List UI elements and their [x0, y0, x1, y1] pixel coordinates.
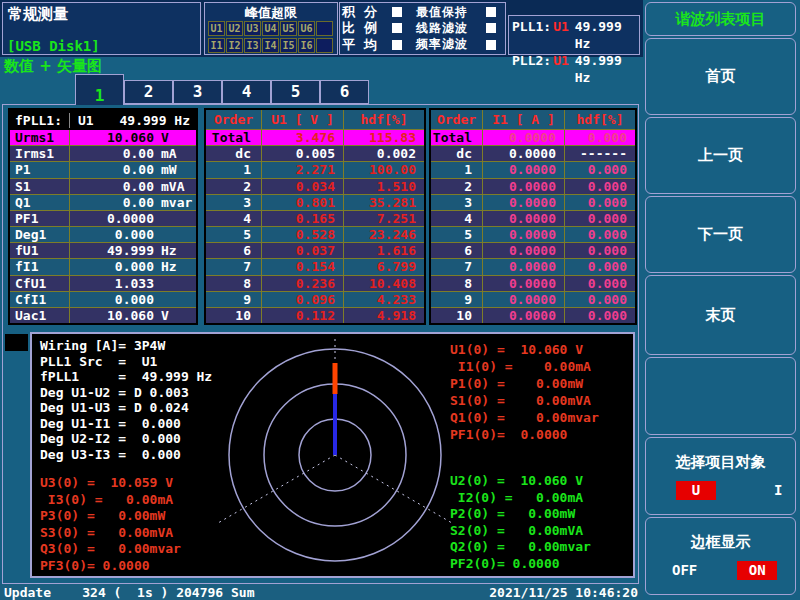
value-cell: 0.096 [262, 292, 344, 307]
hdf-cell: 100.00 [344, 162, 424, 177]
order-cell: 9 [206, 292, 262, 307]
measurement-table: fPLL1: U1 49.999 Hz Urms1 10.060 V Irms1… [8, 108, 198, 325]
table-row-h4: 4 0.165 7.251 [206, 210, 424, 226]
option-off[interactable]: OFF [672, 562, 697, 578]
row-unit: Hz [154, 243, 196, 258]
table-row-h10: 10 0.112 4.918 [206, 307, 424, 323]
peak-cell-u1: U1 [208, 21, 225, 36]
pll1-source: U1 [553, 18, 569, 52]
hdf-header: hdf[%] [565, 112, 635, 127]
average-status-square-icon [392, 40, 402, 50]
row-unit: mW [154, 162, 196, 177]
value-cell: 0.034 [262, 179, 344, 194]
table-row-h7: 7 0.154 6.799 [206, 258, 424, 274]
row-label: fI1 [10, 259, 70, 274]
tab-page-1[interactable]: 1 [75, 74, 124, 105]
table-row-cfi1: CfI1 0.000 [10, 291, 196, 307]
power-analyzer-screen: 常规测量 [USB Disk1] 峰值超限 U1 U2 U3 U4 U5 U6 … [0, 0, 800, 600]
hdf-cell: 10.408 [344, 276, 424, 291]
status-bar: Update 324 ( 1s ) 204796 Sum 2021/11/25 … [0, 584, 643, 600]
tab-page-2[interactable]: 2 [124, 80, 173, 104]
wiring-info-block: Wiring [A]= 3P4W PLL1 Src = U1 fPLL1 = 4… [40, 338, 212, 462]
order-cell: 7 [431, 259, 483, 274]
order-cell: 6 [431, 243, 483, 258]
select-object-button[interactable]: 选择项目对象 U I [645, 437, 796, 515]
next-page-button[interactable]: 下一页 [645, 196, 796, 273]
hdf-cell: 6.799 [344, 259, 424, 274]
order-cell: 4 [431, 211, 483, 226]
border-display-button[interactable]: 边框显示 OFF ON [645, 517, 796, 595]
previous-page-button[interactable]: 上一页 [645, 117, 796, 194]
pll2-label: PLL2: [512, 52, 551, 86]
pll-panel: PLL1: U1 49.999 Hz PLL2: U1 49.999 Hz [508, 15, 640, 55]
peak-cell-i3: I3 [244, 38, 261, 53]
table-row-uac1: Uac1 10.060 V [10, 307, 196, 323]
hdf-cell: 0.000 [565, 211, 635, 226]
value-cell: 2.271 [262, 162, 344, 177]
tab-page-3[interactable]: 3 [173, 80, 222, 104]
vector-diagram-panel: Wiring [A]= 3P4W PLL1 Src = U1 fPLL1 = 4… [30, 332, 635, 578]
order-cell: 5 [431, 227, 483, 242]
hdf-cell: 4.233 [344, 292, 424, 307]
sidebar-title: 谐波列表项目 [645, 2, 796, 36]
pll2-source: U1 [553, 52, 569, 86]
mode-title: 常规测量 [8, 5, 68, 24]
table-row-h2: 2 0.034 1.510 [206, 178, 424, 194]
peak-cell-u3: U3 [244, 21, 261, 36]
first-page-button[interactable]: 首页 [645, 38, 796, 115]
value-cell: 0.0000 [483, 259, 565, 274]
order-cell: Total [431, 130, 483, 145]
hdf-cell: 4.918 [344, 308, 424, 323]
table-row-h1: 1 2.271 100.00 [206, 161, 424, 177]
order-cell: 4 [206, 211, 262, 226]
tab-page-5[interactable]: 5 [271, 80, 320, 104]
u2-phase-values: U2(0) = 10.060 V I2(0) = 0.00mA P2(0) = … [450, 473, 591, 572]
table-row-q1: Q1 0.00 mvar [10, 194, 196, 210]
hdf-cell: 0.002 [344, 146, 424, 161]
last-page-button[interactable]: 末页 [645, 275, 796, 355]
datetime-display: 2021/11/25 10:46:20 [489, 585, 643, 600]
hdf-cell: 0.000 [565, 130, 635, 145]
table-row-h6: 6 0.0000 0.000 [431, 242, 635, 258]
order-cell: 3 [206, 195, 262, 210]
row-unit: Hz [154, 259, 196, 274]
row-unit: mVA [154, 179, 196, 194]
option-u[interactable]: U [676, 481, 716, 500]
peak-cell-i5: I5 [280, 38, 297, 53]
option-on[interactable]: ON [737, 561, 777, 580]
table-row-h9: 9 0.096 4.233 [206, 291, 424, 307]
peak-cell-i2: I2 [226, 38, 243, 53]
hdf-cell: 0.000 [565, 276, 635, 291]
freq-filter-label: 频率滤波 [416, 36, 476, 53]
border-display-label: 边框显示 [691, 533, 751, 552]
empty-button[interactable] [645, 357, 796, 435]
table-row-irms1: Irms1 0.00 mA [10, 145, 196, 161]
table-row-pf1: PF1 0.0000 [10, 210, 196, 226]
peak-cell-i1: I1 [208, 38, 225, 53]
order-cell: 3 [431, 195, 483, 210]
order-cell: 9 [431, 292, 483, 307]
order-cell: 10 [431, 308, 483, 323]
table-row-h9: 9 0.0000 0.000 [431, 291, 635, 307]
order-cell: 2 [206, 179, 262, 194]
row-label: CfU1 [10, 276, 70, 291]
value-cell: 0.0000 [483, 243, 565, 258]
option-i[interactable]: I [774, 482, 782, 498]
select-object-label: 选择项目对象 [676, 453, 766, 472]
hdf-cell: 0.000 [565, 292, 635, 307]
value-cell: 0.112 [262, 308, 344, 323]
tab-page-4[interactable]: 4 [222, 80, 271, 104]
fpll1-label: fPLL1: [10, 113, 70, 128]
hdf-cell: 0.000 [565, 243, 635, 258]
peak-cell-u2: U2 [226, 21, 243, 36]
table-row-h4: 4 0.0000 0.000 [431, 210, 635, 226]
peak-cell-u5: U5 [280, 21, 297, 36]
hdf-cell: 0.000 [565, 162, 635, 177]
table-row-dc: dc 0.0000 ------ [431, 145, 635, 161]
value-cell: 0.037 [262, 243, 344, 258]
row-label: fU1 [10, 243, 70, 258]
hdf-cell: 0.000 [565, 227, 635, 242]
tab-page-6[interactable]: 6 [320, 80, 369, 104]
hdf-cell: ------ [565, 146, 635, 161]
row-value: 0.00 [70, 162, 154, 177]
